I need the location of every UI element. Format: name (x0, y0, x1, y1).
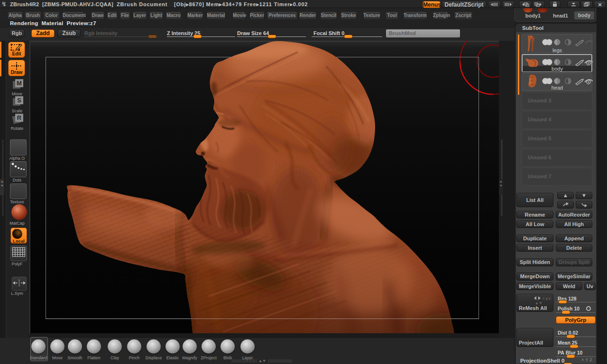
svg-text:▼: ▼ (539, 301, 543, 305)
svg-text:▲: ▲ (535, 301, 539, 305)
svg-text:z: z (549, 296, 551, 300)
svg-text:y: y (546, 296, 548, 300)
svg-text:×: × (543, 296, 545, 300)
